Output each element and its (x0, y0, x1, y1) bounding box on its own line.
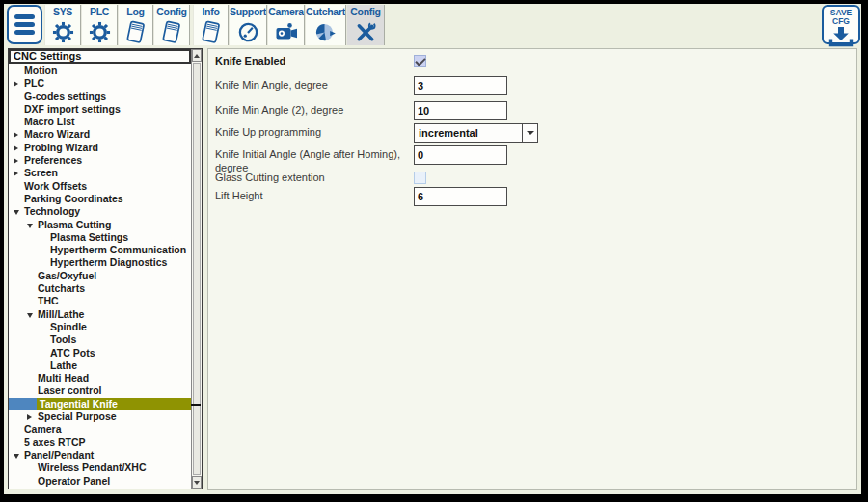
tree-item-label: Plasma Cutting (38, 219, 111, 231)
tree-item-label: Wireless Pendant/XHC (38, 462, 147, 474)
sidebar-item-special-purpose[interactable]: Special Purpose (9, 410, 191, 423)
sidebar-item-screen[interactable]: Screen (9, 167, 191, 179)
expand-arrow-icon[interactable] (14, 145, 18, 151)
tab-label: Log (126, 6, 144, 18)
field-label: Knife Enabled (215, 55, 414, 68)
sidebar-item-plc[interactable]: PLC (9, 77, 191, 90)
sidebar-item-plasma-cutting[interactable]: Plasma Cutting (9, 219, 191, 231)
knife-enabled-checkbox[interactable] (414, 55, 426, 67)
sidebar-item-parking-coordinates[interactable]: Parking Coordinates (9, 193, 191, 205)
menu-icon (14, 30, 35, 35)
tab-config2[interactable]: Config (346, 5, 385, 45)
tab-log[interactable]: Log (118, 5, 153, 45)
piechart-icon (314, 18, 338, 45)
field-label: Knife Min Angle, degree (215, 79, 414, 92)
tab-label: Config (156, 6, 186, 18)
knife-min-angle-2-degree-input[interactable]: 10 (414, 101, 507, 120)
sidebar-item-camera[interactable]: Camera (9, 423, 191, 436)
tree-item-label: Macro List (24, 116, 75, 128)
expand-arrow-icon[interactable] (14, 81, 18, 87)
tree-items: MotionPLCG-codes settingsDXF import sett… (9, 65, 191, 488)
tab-label: Camera (268, 6, 304, 18)
sidebar-item-operator-panel[interactable]: Operator Panel (9, 475, 191, 488)
tree-item-label: Motion (24, 65, 57, 77)
sidebar-item-technology[interactable]: Technology (9, 205, 191, 218)
sidebar-item-5-axes-rtcp[interactable]: 5 axes RTCP (9, 436, 191, 449)
sidebar-item-wireless-pendant-xhc[interactable]: Wireless Pendant/XHC (9, 462, 191, 474)
sidebar-item-spindle[interactable]: Spindle (9, 321, 191, 333)
tree-item-label: ATC Pots (50, 347, 95, 359)
sidebar-item-cutcharts[interactable]: Cutcharts (9, 282, 191, 295)
save-cfg-button[interactable]: SAVE CFG (822, 5, 860, 44)
save-cfg-label-line2: CFG (832, 17, 850, 26)
expand-arrow-icon[interactable] (14, 171, 18, 176)
tree-item-label: Macro Wizard (24, 128, 90, 141)
tree-scrollbar[interactable] (191, 49, 202, 489)
sidebar-item-laser-control[interactable]: Laser control (9, 384, 191, 397)
document-icon (160, 18, 183, 45)
sidebar-item-dxf-import-settings[interactable]: DXF import settings (9, 103, 191, 116)
tab-config[interactable]: Config (153, 5, 190, 45)
tree-item-label: Gas/Oxyfuel (38, 270, 96, 282)
scroll-up-button[interactable] (192, 49, 202, 62)
tree-item-label: Mill/Lathe (38, 308, 84, 321)
tree-item-label: THC (38, 295, 59, 307)
collapse-arrow-icon[interactable] (14, 210, 19, 215)
tree-item-label: Tools (50, 333, 76, 346)
sidebar-item-atc-pots[interactable]: ATC Pots (9, 347, 191, 359)
tree-item-label: Preferences (24, 154, 82, 167)
expand-arrow-icon[interactable] (14, 132, 18, 138)
scroll-down-button[interactable] (192, 476, 202, 489)
tree-item-label: Spindle (50, 321, 87, 333)
sidebar-item-thc[interactable]: THC (9, 295, 191, 307)
knife-min-angle-degree-input[interactable]: 3 (414, 76, 507, 95)
sidebar-item-g-codes-settings[interactable]: G-codes settings (9, 91, 191, 103)
sidebar-item-mill-lathe[interactable]: Mill/Lathe (9, 308, 191, 321)
scrollbar-thumb[interactable] (193, 63, 201, 475)
tree-item-label: Hypertherm Communication (50, 244, 186, 256)
sidebar-item-preferences[interactable]: Preferences (9, 154, 191, 167)
sidebar-item-macro-wizard[interactable]: Macro Wizard (9, 128, 191, 141)
sidebar-item-motion[interactable]: Motion (9, 65, 191, 77)
sidebar-item-plasma-settings[interactable]: Plasma Settings (9, 231, 191, 244)
sidebar-item-probing-wizard[interactable]: Probing Wizard (9, 142, 191, 154)
dial-icon (237, 18, 259, 45)
tab-label: PLC (90, 6, 109, 18)
tab-info[interactable]: Info (193, 5, 229, 45)
field-label: Knife Min Angle (2), degree (215, 104, 414, 118)
sidebar-item-gas-oxyfuel[interactable]: Gas/Oxyfuel (9, 270, 191, 282)
collapse-arrow-icon[interactable] (27, 313, 33, 318)
tree-item-label: Camera (24, 423, 62, 436)
menu-button[interactable] (7, 5, 42, 44)
tree-item-label: Work Offsets (24, 180, 87, 193)
tree-item-label: 5 axes RTCP (24, 436, 86, 449)
tree-item-label: Hypertherm Diagnostics (50, 256, 167, 269)
collapse-arrow-icon[interactable] (27, 224, 33, 228)
tab-camera[interactable]: Camera (267, 5, 305, 45)
tab-label: Support (230, 6, 266, 18)
tools-icon (354, 18, 377, 45)
tab-sys[interactable]: SYS (44, 5, 81, 45)
tab-support[interactable]: Support (229, 5, 267, 45)
lift-height-input[interactable]: 6 (414, 187, 507, 206)
sidebar-item-macro-list[interactable]: Macro List (9, 116, 191, 128)
expand-arrow-icon[interactable] (14, 158, 18, 164)
knife-initial-angle-angle-after-homing-degree-input[interactable]: 0 (414, 145, 507, 165)
field-label: Knife Initial Angle (Angle after Homing)… (215, 148, 414, 174)
sidebar-item-panel-pendant[interactable]: Panel/Pendant (9, 449, 191, 462)
collapse-arrow-icon[interactable] (14, 454, 19, 459)
sidebar-item-hypertherm-communication[interactable]: Hypertherm Communication (9, 244, 191, 256)
sidebar-item-tools[interactable]: Tools (9, 333, 191, 346)
chevron-down-icon[interactable] (522, 124, 537, 142)
field-label: Knife Up programming (215, 126, 414, 140)
tab-plc[interactable]: PLC (81, 5, 118, 45)
sidebar-item-lathe[interactable]: Lathe (9, 359, 191, 372)
expand-arrow-icon[interactable] (27, 414, 32, 420)
knife-up-programming-select[interactable]: incremental (414, 123, 538, 143)
glass-cutting-extention-checkbox[interactable] (414, 172, 426, 184)
tab-cutchart[interactable]: Cutchart (305, 5, 346, 45)
sidebar-item-multi-head[interactable]: Multi Head (9, 372, 191, 384)
sidebar-item-hypertherm-diagnostics[interactable]: Hypertherm Diagnostics (9, 256, 191, 269)
sidebar-item-work-offsets[interactable]: Work Offsets (9, 180, 191, 193)
sidebar-item-tangential-knife[interactable]: Tangential Knife (9, 398, 191, 410)
